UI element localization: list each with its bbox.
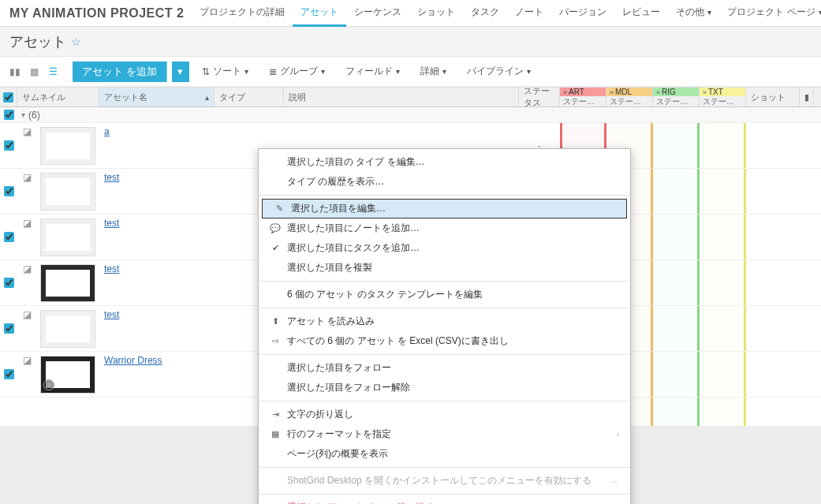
ctx-shotgrid-desktop: ShotGrid Desktop を開くかインストールしてこのメニューを有効にす… [259, 471, 630, 491]
view-list-icon[interactable]: ☰ [44, 63, 62, 80]
view-grid-icon[interactable]: ▦ [25, 63, 43, 80]
toolbar-group[interactable]: ≣グループ▾ [261, 62, 333, 82]
asset-name-cell: test [99, 169, 215, 214]
nav-tasks[interactable]: タスク [463, 0, 507, 27]
ctx-follow[interactable]: 選択した項目をフォロー [259, 358, 630, 378]
col-add-column[interactable]: ▮ [800, 88, 814, 106]
row-checkbox[interactable] [4, 186, 14, 196]
page-title: アセット [9, 32, 66, 51]
nav-other[interactable]: その他▾ [668, 0, 719, 27]
ctx-separator [259, 281, 630, 282]
asset-link[interactable]: test [104, 309, 119, 320]
thumbnail-cell[interactable]: ▶ [36, 352, 99, 397]
col-description[interactable]: 説明 [284, 88, 519, 106]
ctx-separator [259, 494, 630, 495]
asset-name-cell: test [99, 260, 215, 305]
nav-notes[interactable]: ノート [507, 0, 551, 27]
ctx-separator [259, 195, 630, 196]
play-icon[interactable]: ▶ [43, 379, 54, 390]
asset-type-icon: ◪ [17, 123, 36, 168]
row-checkbox[interactable] [4, 232, 14, 242]
thumbnail-cell[interactable] [36, 123, 99, 168]
pipeline-arrow-icon: » [703, 88, 707, 96]
check-circle-icon: ✔ [270, 243, 281, 253]
ctx-separator [259, 401, 630, 401]
chevron-down-icon: ▾ [707, 8, 711, 17]
nav-project-details[interactable]: プロジェクトの詳細 [192, 0, 293, 27]
ctx-separator [259, 467, 630, 468]
col-status[interactable]: ステータス [519, 88, 560, 106]
row-checkbox[interactable] [4, 323, 14, 334]
toolbar-pipeline[interactable]: パイプライン▾ [459, 62, 539, 82]
thumbnail-cell[interactable] [36, 215, 99, 259]
col-checkbox[interactable] [0, 88, 17, 106]
view-mode-toggle: ▮▮ ▦ ☰ [6, 63, 62, 80]
col-pipe-txt[interactable]: »TXTステー… [700, 88, 746, 106]
group-row[interactable]: ▾ (6) [0, 107, 821, 123]
ctx-edit-selected[interactable]: ✎選択した項目を編集… [262, 199, 627, 218]
view-card-icon[interactable]: ▮▮ [6, 63, 24, 80]
group-count: (6) [28, 110, 40, 121]
col-pipe-art[interactable]: »ARTステー… [560, 88, 606, 106]
export-icon: ⇨ [270, 336, 281, 346]
top-nav: MY ANIMATION PROJECT 2 プロジェクトの詳細 アセット シー… [0, 0, 821, 27]
ctx-type-history[interactable]: タイプ の履歴を表示… [259, 172, 630, 192]
grid-header: サムネイル アセット名▴ タイプ 説明 ステータス »ARTステー… »MDLス… [0, 87, 821, 107]
nav-project-page[interactable]: プロジェクト ページ▾ [719, 0, 821, 27]
ctx-add-task[interactable]: ✔選択した項目にタスクを追加… [259, 238, 630, 258]
pipeline-arrow-icon: » [563, 88, 567, 96]
ctx-row-format[interactable]: ▦行のフォーマットを指定› [259, 424, 630, 444]
ctx-import[interactable]: ⬆アセット を読み込み [259, 312, 630, 331]
col-pipe-rig[interactable]: »RIGステー… [653, 88, 700, 106]
toolbar-fields[interactable]: フィールド▾ [338, 62, 408, 82]
group-collapse-icon[interactable]: ▾ [17, 110, 28, 119]
nav-assets[interactable]: アセット [293, 0, 346, 27]
col-type[interactable]: タイプ [215, 88, 284, 106]
ctx-trash[interactable]: 🗑選択した アセット をごみ箱に送る [259, 498, 630, 504]
favorite-star-icon[interactable]: ☆ [71, 35, 81, 48]
col-pipe-mdl[interactable]: »MDLステー… [606, 88, 653, 106]
ctx-edit-templates[interactable]: 6 個の アセット のタスク テンプレートを編集 [259, 285, 630, 304]
speech-bubble-icon: 💬 [270, 223, 281, 233]
col-thumbnail[interactable]: サムネイル [17, 88, 99, 106]
add-asset-button[interactable]: アセット を追加 [73, 62, 167, 82]
row-checkbox[interactable] [4, 140, 14, 151]
ctx-unfollow[interactable]: 選択した項目をフォロー解除 [259, 378, 630, 398]
asset-link[interactable]: test [104, 172, 119, 183]
pencil-icon: ✎ [274, 203, 285, 214]
asset-name-cell: a [99, 123, 215, 168]
row-format-icon: ▦ [270, 429, 281, 439]
row-checkbox[interactable] [4, 369, 14, 379]
ctx-add-note[interactable]: 💬選択した項目にノートを追加… [259, 218, 630, 238]
toolbar-sort[interactable]: ⇅ソート▾ [194, 62, 256, 82]
col-asset-name[interactable]: アセット名▴ [99, 88, 215, 106]
thumbnail-cell[interactable] [36, 260, 99, 305]
thumbnail-cell[interactable] [36, 306, 99, 351]
text-wrap-icon: ⇥ [270, 409, 281, 420]
chevron-right-icon: › [617, 430, 619, 439]
add-asset-dropdown[interactable]: ▾ [172, 62, 189, 82]
ctx-export-csv[interactable]: ⇨すべての 6 個の アセット を Excel (CSV)に書き出し [259, 331, 630, 351]
asset-name-cell: test [99, 306, 215, 351]
ctx-edit-type[interactable]: 選択した項目の タイプ を編集… [259, 152, 630, 172]
sort-asc-icon: ▴ [205, 93, 209, 102]
nav-versions[interactable]: バージョン [551, 0, 614, 27]
select-all-checkbox[interactable] [3, 92, 13, 103]
asset-link[interactable]: test [104, 263, 119, 274]
group-checkbox[interactable] [4, 110, 14, 120]
thumbnail-cell[interactable] [36, 169, 99, 214]
asset-link[interactable]: test [104, 218, 119, 229]
asset-name-cell: test [99, 215, 215, 259]
ctx-page-overview[interactable]: ページ(列)の概要を表示 [259, 444, 630, 464]
asset-link[interactable]: a [104, 126, 110, 137]
asset-link[interactable]: Warrior Dress [104, 355, 162, 366]
row-checkbox[interactable] [4, 278, 14, 288]
col-shot[interactable]: ショット [746, 88, 800, 106]
nav-shots[interactable]: ショット [409, 0, 463, 27]
toolbar-details[interactable]: 詳細▾ [412, 62, 454, 82]
nav-reviews[interactable]: レビュー [614, 0, 668, 27]
pipeline-arrow-icon: » [610, 88, 614, 96]
nav-sequences[interactable]: シーケンス [346, 0, 409, 27]
ctx-duplicate[interactable]: 選択した項目を複製 [259, 258, 630, 278]
ctx-text-wrap[interactable]: ⇥文字の折り返し [259, 405, 630, 424]
